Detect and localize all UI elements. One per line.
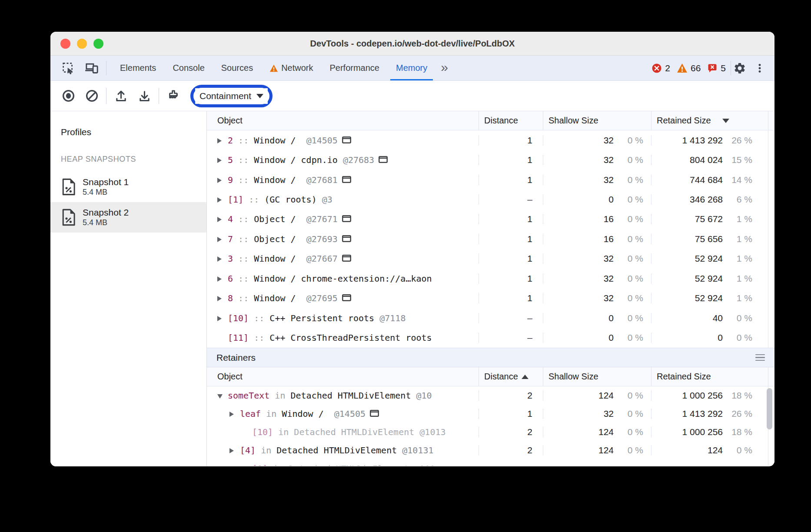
clean-garbage-broom-icon[interactable] [163, 86, 183, 106]
disclosure-right-icon[interactable] [217, 316, 228, 321]
retained-size-percent: 1 % [723, 293, 768, 303]
retainers-menu-icon[interactable] [755, 354, 765, 361]
issues-count-badge[interactable]: 5 [706, 63, 727, 73]
shallow-size-cell: 1240 % [543, 390, 651, 401]
warning-count-badge[interactable]: 66 [675, 63, 702, 73]
containment-row[interactable]: [10] :: C++ Persistent roots @7118–00 %4… [207, 308, 774, 328]
record-heap-snapshot-icon[interactable] [58, 86, 78, 106]
containment-row[interactable]: [11] :: C++ CrossThreadPersistent roots–… [207, 328, 774, 347]
retained-size-percent: 0 % [723, 445, 768, 456]
tab-performance[interactable]: Performance [322, 56, 388, 80]
disclosure-right-icon[interactable] [217, 178, 228, 183]
containment-row[interactable]: 4 :: Object / @276711160 %75 6721 % [207, 209, 774, 229]
containment-column-header-dist[interactable]: Distance [479, 111, 543, 130]
retainers-column-header-obj[interactable]: Object [207, 367, 479, 386]
object-cell: leaf in Window / @14505 [207, 409, 479, 419]
perspective-select[interactable]: Containment [195, 88, 268, 104]
vertical-scrollbar-thumb[interactable] [767, 388, 772, 429]
divider [106, 88, 106, 104]
snapshot-item[interactable]: Snapshot 25.4 MB [50, 202, 206, 233]
retained-size-cell: 1 000 25618 % [651, 390, 768, 401]
disclosure-right-icon[interactable] [217, 138, 228, 143]
devtools-window: DevTools - codepen.io/web-dot-dev/live/P… [50, 32, 774, 466]
shallow-size-value: 0 [543, 313, 614, 323]
retained-size-percent: 0 % [723, 313, 768, 323]
containment-row[interactable]: 2 :: Window / @145051320 %1 413 29226 % [207, 130, 774, 150]
disclosure-right-icon[interactable] [217, 237, 228, 242]
object-cell: [10] :: C++ Persistent roots @7118 [207, 313, 479, 323]
containment-row[interactable]: 6 :: Window / chrome-extension://a…kaon1… [207, 269, 774, 288]
containment-column-header-retained[interactable]: Retained Size [651, 111, 768, 130]
object-cell: [4] in Detached HTMLDivElement @10131 [207, 445, 479, 456]
disclosure-right-icon[interactable] [217, 158, 228, 163]
inspect-element-icon[interactable] [59, 60, 76, 77]
retainers-column-header-shallow[interactable]: Shallow Size [543, 367, 651, 386]
error-count: 2 [665, 63, 670, 73]
tab-network[interactable]: Network [261, 56, 321, 80]
object-cell: [1] :: (GC roots) @3 [207, 194, 479, 205]
scrollbar-gutter [768, 249, 774, 269]
object-label: [10] in Detached HTMLDivElement @1013 [252, 427, 446, 437]
distance-value: – [527, 313, 532, 323]
disclosure-right-icon[interactable] [229, 412, 240, 417]
disclosure-right-icon[interactable] [217, 217, 228, 222]
tab-memory[interactable]: Memory [388, 56, 435, 80]
distance-cell: – [479, 313, 543, 323]
disclosure-right-icon[interactable] [217, 197, 228, 203]
tab-console[interactable]: Console [164, 56, 213, 80]
scrollbar-gutter [768, 229, 774, 249]
distance-value: 1 [527, 155, 532, 165]
retained-size-value: 1 413 292 [651, 409, 723, 419]
kebab-menu-icon[interactable] [751, 60, 768, 77]
disclosure-right-icon[interactable] [217, 256, 228, 262]
scrollbar-gutter [768, 130, 774, 150]
shallow-size-value: 32 [543, 409, 614, 419]
more-tabs-button[interactable]: » [435, 54, 453, 80]
containment-column-header-obj[interactable]: Object [207, 111, 479, 130]
tab-elements[interactable]: Elements [112, 56, 164, 80]
error-count-badge[interactable]: 2 [650, 63, 671, 73]
retainers-row[interactable]: [4] in Detached HTMLDivElement @10131212… [207, 441, 774, 459]
retained-size-cell: 744 68414 % [651, 175, 768, 185]
disclosure-right-icon[interactable] [217, 276, 228, 282]
shallow-size-percent: 0 % [614, 390, 651, 401]
containment-row[interactable]: 3 :: Window / @276671320 %52 9241 % [207, 249, 774, 269]
clear-profiles-icon[interactable] [82, 86, 102, 106]
shallow-size-cell: 320 % [543, 293, 651, 303]
distance-cell: 1 [479, 409, 543, 419]
shallow-size-percent: 0 % [614, 409, 651, 419]
tab-sources[interactable]: Sources [213, 56, 261, 80]
window-frame-icon [342, 176, 351, 183]
retainers-column-header-retained[interactable]: Retained Size [651, 367, 768, 386]
containment-row[interactable]: 7 :: Object / @276931160 %75 6561 % [207, 229, 774, 249]
disclosure-down-icon[interactable] [217, 394, 228, 399]
retainers-row[interactable]: someText in Detached HTMLDivElement @102… [207, 386, 774, 405]
retainers-row[interactable]: leaf in Window / @145051320 %1 413 29226… [207, 405, 774, 423]
containment-row[interactable]: 9 :: Window / @276811320 %744 68414 % [207, 170, 774, 190]
retainers-row[interactable]: [10] in Detached HTMLDivElement @1013212… [207, 423, 774, 441]
retainers-column-header-dist[interactable]: Distance [479, 367, 543, 386]
containment-row[interactable]: [1] :: (GC roots) @3–00 %346 2686 % [207, 190, 774, 209]
shallow-size-percent: 0 % [614, 214, 651, 224]
containment-column-header-shallow[interactable]: Shallow Size [543, 111, 651, 130]
snapshot-item[interactable]: Snapshot 15.4 MB [50, 172, 206, 202]
disclosure-right-icon[interactable] [217, 296, 228, 301]
distance-value: 1 [527, 293, 532, 303]
column-label: Distance [484, 116, 518, 126]
distance-value: 2 [527, 390, 532, 401]
object-label: [4] in Detached HTMLDivElement @10131 [240, 445, 434, 456]
disclosure-right-icon[interactable] [229, 448, 240, 453]
containment-row[interactable]: 8 :: Window / @276951320 %52 9241 % [207, 289, 774, 308]
save-profile-icon[interactable] [134, 86, 154, 106]
divider [159, 88, 159, 104]
containment-row[interactable]: 5 :: Window / cdpn.io @276831320 %804 02… [207, 150, 774, 170]
shallow-size-percent: 0 % [614, 293, 651, 303]
settings-gear-icon[interactable] [731, 60, 748, 77]
retained-size-cell: 52 9241 % [651, 273, 768, 284]
retainers-row[interactable]: [1] in Detached HTMLDivElement @101 [207, 459, 774, 466]
tab-label: Network [281, 63, 313, 73]
device-toolbar-icon[interactable] [83, 60, 100, 77]
retained-size-value: 52 924 [651, 273, 723, 284]
load-profile-icon[interactable] [111, 86, 131, 106]
distance-cell: 1 [479, 253, 543, 264]
